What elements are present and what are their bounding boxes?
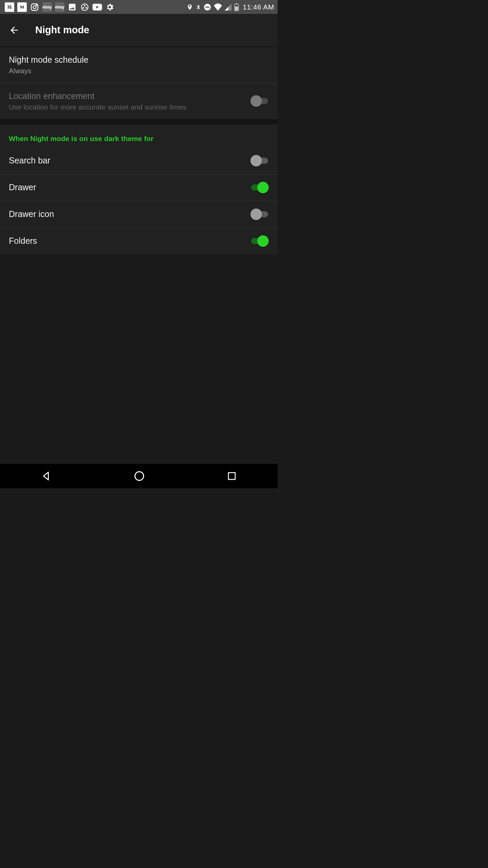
svg-rect-12 [235,6,238,11]
section-header: When Night mode is on use dark theme for [0,124,278,147]
back-button[interactable] [9,25,20,36]
ebay-icon-1: ebay [42,2,52,12]
svg-point-2 [36,4,37,5]
location-icon [186,3,193,11]
setting-title: Search bar [9,155,250,166]
setting-title: Folders [9,236,250,246]
setting-title: Night mode schedule [9,55,269,65]
svg-point-5 [83,7,84,8]
svg-point-1 [33,5,36,8]
setting-title: Location enhancement [9,91,250,101]
dark-theme-list: When Night mode is on use dark theme for… [0,124,278,254]
svg-rect-11 [236,3,238,4]
dnd-icon [203,3,211,11]
drawer-icon-row[interactable]: Drawer icon [0,201,278,228]
page-title: Night mode [35,24,89,36]
setting-value: Always [9,66,269,75]
settings-list: Night mode schedule Always Location enha… [0,47,278,119]
cell-signal-icon [224,3,232,11]
drawer-row[interactable]: Drawer [0,174,278,201]
gear-icon [105,2,115,12]
app-icon [80,2,89,12]
status-right: 11:46 AM [186,3,274,11]
setting-subtitle: Use location for more accurate sunset an… [9,103,250,112]
nav-recents-button[interactable] [227,471,237,481]
wifi-icon [214,3,222,11]
nav-back-button[interactable] [41,470,52,482]
location-enhancement-toggle [250,95,269,107]
app-bar: Night mode [0,14,278,46]
drawer-toggle[interactable] [250,182,269,193]
gmail-icon: M [17,2,27,12]
search-bar-toggle[interactable] [250,155,269,166]
svg-point-6 [86,7,87,8]
status-time: 11:46 AM [243,3,274,11]
instagram-icon [30,2,39,12]
svg-rect-14 [228,473,235,479]
svg-point-4 [84,5,85,6]
svg-point-13 [135,472,144,480]
youtube-icon [93,2,102,12]
setting-title: Drawer [9,182,250,193]
night-mode-schedule-row[interactable]: Night mode schedule Always [0,47,278,83]
battery-icon [234,3,239,11]
bluetooth-icon [195,3,201,11]
drawer-icon-toggle[interactable] [250,209,269,220]
section-gap [0,119,278,124]
photos-icon [67,2,77,12]
nav-home-button[interactable] [134,470,145,482]
folders-row[interactable]: Folders [0,228,278,254]
search-bar-row[interactable]: Search bar [0,147,278,174]
folders-toggle[interactable] [250,235,269,247]
status-bar: 31 M ebay ebay [0,0,278,14]
ebay-icon-2: ebay [55,2,64,12]
status-left: 31 M ebay ebay [5,2,115,12]
svg-rect-9 [205,6,209,7]
svg-point-3 [81,4,88,11]
system-nav-bar [0,464,278,488]
location-enhancement-row: Location enhancement Use location for mo… [0,83,278,119]
calendar-icon: 31 [5,2,14,12]
setting-title: Drawer icon [9,209,250,219]
